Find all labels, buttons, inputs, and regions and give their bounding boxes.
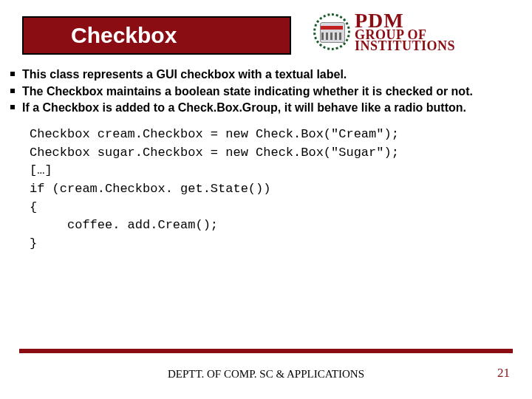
logo-seal-icon <box>313 13 350 50</box>
slide: Checkbox PDM GROUP OF INSTITUTIONS This … <box>0 0 532 399</box>
logo-text: PDM GROUP OF INSTITUTIONS <box>355 12 455 52</box>
code-line: } <box>30 236 37 250</box>
footer-dept: DEPTT. OF COMP. SC & APPLICATIONS <box>0 368 532 381</box>
page-number: 21 <box>497 366 510 381</box>
code-line: […] <box>30 163 52 177</box>
code-line: if (cream.Checkbox. get.State()) <box>30 182 270 196</box>
code-line: Checkbox cream.Checkbox = new Check.Box(… <box>30 127 399 141</box>
list-item: If a Checkbox is added to a Check.Box.Gr… <box>10 100 517 116</box>
code-line: Checkbox sugar.Checkbox = new Check.Box(… <box>30 146 399 160</box>
logo: PDM GROUP OF INSTITUTIONS <box>313 12 455 52</box>
list-item: This class represents a GUI checkbox wit… <box>10 66 517 83</box>
bullet-text: If a Checkbox is added to a Check.Box.Gr… <box>22 100 466 116</box>
title-bar: Checkbox <box>22 16 291 55</box>
logo-line1: PDM <box>355 12 455 30</box>
code-block: Checkbox cream.Checkbox = new Check.Box(… <box>30 126 480 253</box>
bullet-icon <box>10 105 15 109</box>
bullet-icon <box>10 89 15 93</box>
footer-divider <box>19 349 513 353</box>
bullet-text: The Checkbox maintains a boolean state i… <box>22 83 473 100</box>
slide-title: Checkbox <box>24 23 177 48</box>
list-item: The Checkbox maintains a boolean state i… <box>10 83 517 100</box>
code-line: coffee. add.Cream(); <box>30 218 218 232</box>
code-line: { <box>30 200 37 214</box>
bullet-text: This class represents a GUI checkbox wit… <box>22 66 347 83</box>
logo-line3: INSTITUTIONS <box>355 41 455 52</box>
bullet-list: This class represents a GUI checkbox wit… <box>10 66 517 117</box>
bullet-icon <box>10 72 15 76</box>
